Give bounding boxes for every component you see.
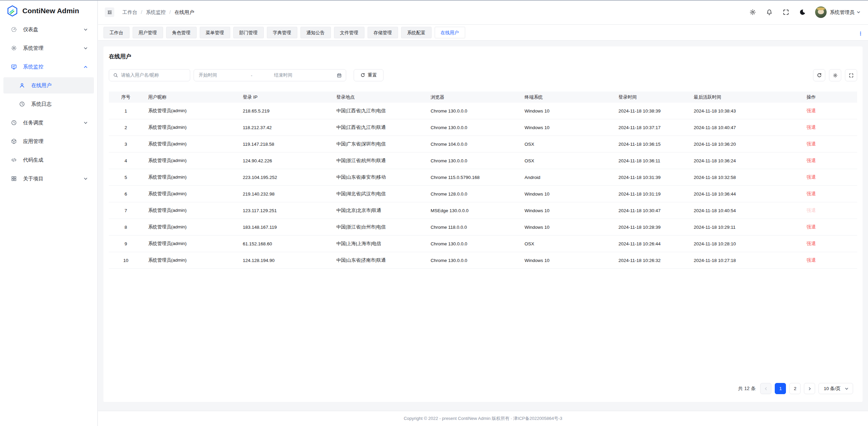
reset-button[interactable]: 重置: [354, 69, 383, 81]
content-area: 在线用户 请输入用户名/昵称 开始时间 - 结束时间: [98, 41, 868, 411]
table-row: 10 系统管理员(admin) 124.128.194.90 中国|山东省|济南…: [109, 252, 857, 269]
refresh-icon: [817, 73, 822, 78]
col-header-no: 序号: [109, 92, 143, 103]
force-logout-link[interactable]: 强退: [807, 241, 816, 246]
app-title: ContiNew Admin: [22, 7, 79, 15]
user-menu[interactable]: 系统管理员: [830, 9, 861, 16]
column-settings-button[interactable]: [829, 69, 841, 81]
breadcrumb: 工作台 / 系统监控 / 在线用户: [122, 9, 194, 16]
force-logout-link-disabled: 强退: [807, 208, 816, 213]
hexagon-logo-icon: [6, 5, 19, 17]
tab-workbench[interactable]: 工作台: [103, 27, 130, 38]
tab-online-users[interactable]: 在线用户: [435, 27, 465, 38]
table-row: 4 系统管理员(admin) 124.90.42.226 中国|浙江省|杭州市|…: [109, 153, 857, 169]
filter-bar: 请输入用户名/昵称 开始时间 - 结束时间: [109, 69, 857, 81]
table-row: 8 系统管理员(admin) 183.148.167.119 中国|浙江省|台州…: [109, 219, 857, 236]
tab-system-config[interactable]: 系统配置: [401, 27, 432, 38]
online-users-table: 序号 用户昵称 登录 IP 登录地点 浏览器 终端系统 登录时间 最后活跃时间 …: [109, 92, 857, 269]
tab-role-management[interactable]: 角色管理: [166, 27, 197, 38]
fullscreen-icon[interactable]: [783, 9, 789, 16]
chevron-up-icon: [83, 65, 88, 69]
col-header-os: 终端系统: [519, 92, 613, 103]
page-button-2[interactable]: 2: [789, 383, 801, 394]
monitor-icon: [11, 64, 17, 70]
table-header-row: 序号 用户昵称 登录 IP 登录地点 浏览器 终端系统 登录时间 最后活跃时间 …: [109, 92, 857, 103]
chevron-down-icon: [83, 121, 88, 125]
force-logout-link[interactable]: 强退: [807, 158, 816, 163]
date-range-picker[interactable]: 开始时间 - 结束时间: [194, 69, 346, 81]
start-time-placeholder: 开始时间: [199, 72, 251, 78]
col-header-ip: 登录 IP: [237, 92, 331, 103]
cube-icon: [11, 138, 17, 144]
fullscreen-table-button[interactable]: [845, 69, 857, 81]
chevron-down-icon: [845, 387, 849, 391]
refresh-icon: [360, 73, 365, 78]
online-users-card: 在线用户 请输入用户名/昵称 开始时间 - 结束时间: [103, 46, 863, 402]
col-header-actions: 操作: [801, 92, 857, 103]
gear-icon: [833, 73, 838, 78]
end-time-placeholder: 结束时间: [274, 72, 337, 78]
breadcrumb-separator: /: [141, 9, 142, 15]
force-logout-link[interactable]: 强退: [807, 191, 816, 196]
chevron-down-icon: [83, 46, 88, 50]
ellipsis-vertical-icon[interactable]: [858, 31, 863, 36]
tab-user-management[interactable]: 用户管理: [133, 27, 163, 38]
force-logout-link[interactable]: 强退: [807, 258, 816, 263]
sidebar-item-system-logs[interactable]: 系统日志: [3, 96, 94, 112]
tab-dept-management[interactable]: 部门管理: [233, 27, 264, 38]
col-header-browser: 浏览器: [425, 92, 519, 103]
gauge-icon: [11, 26, 17, 33]
table-row: 5 系统管理员(admin) 223.104.195.252 中国|山东省|泰安…: [109, 169, 857, 186]
chevron-right-icon: [808, 387, 812, 391]
force-logout-link[interactable]: 强退: [807, 175, 816, 180]
header-actions: 系统管理员: [739, 6, 861, 18]
bell-icon[interactable]: [766, 9, 773, 16]
sidebar-item-system-monitor[interactable]: 系统监控: [3, 59, 94, 75]
tab-file-management[interactable]: 文件管理: [334, 27, 364, 38]
pagination-total: 共 12 条: [738, 386, 755, 392]
force-logout-link[interactable]: 强退: [807, 125, 816, 130]
tab-storage-management[interactable]: 存储管理: [368, 27, 398, 38]
sidebar-item-system-management[interactable]: 系统管理: [3, 40, 94, 56]
page-button-1[interactable]: 1: [775, 383, 786, 394]
main-area: 工作台 / 系统监控 / 在线用户 系统: [98, 0, 868, 426]
reset-label: 重置: [368, 72, 377, 78]
app-logo: ContiNew Admin: [0, 0, 97, 17]
col-header-location: 登录地点: [331, 92, 425, 103]
search-icon: [113, 73, 118, 78]
tab-menu-management[interactable]: 菜单管理: [200, 27, 230, 38]
table-row: 9 系统管理员(admin) 61.152.168.60 中国|上海|上海市|电…: [109, 236, 857, 252]
page-size-select[interactable]: 10 条/页: [818, 383, 853, 394]
moon-icon[interactable]: [799, 9, 806, 16]
table-toolbar: [813, 69, 857, 81]
force-logout-link[interactable]: 强退: [807, 108, 816, 113]
sidebar-item-online-users[interactable]: 在线用户: [3, 77, 94, 94]
clock-icon: [19, 101, 25, 107]
user-icon: [19, 82, 25, 88]
sidebar-item-about-project[interactable]: 关于项目: [3, 170, 94, 187]
sidebar-collapse-button[interactable]: [105, 7, 114, 17]
refresh-button[interactable]: [813, 69, 825, 81]
force-logout-link[interactable]: 强退: [807, 141, 816, 146]
prev-page-button[interactable]: [760, 383, 771, 394]
next-page-button[interactable]: [804, 383, 815, 394]
search-input[interactable]: 请输入用户名/昵称: [109, 69, 190, 81]
sidebar-item-app-management[interactable]: 应用管理: [3, 133, 94, 149]
settings-icon[interactable]: [749, 9, 756, 16]
fullscreen-icon: [849, 73, 854, 78]
sidebar-item-dashboard[interactable]: 仪表盘: [3, 21, 94, 38]
window-top-edge: [0, 0, 868, 1]
breadcrumb-item[interactable]: 系统监控: [146, 9, 166, 16]
menu-fold-icon: [107, 9, 113, 15]
breadcrumb-item[interactable]: 工作台: [122, 9, 137, 16]
table-row: 6 系统管理员(admin) 219.140.232.98 中国|湖北省|武汉市…: [109, 186, 857, 202]
sidebar-item-code-generation[interactable]: 代码生成: [3, 152, 94, 168]
force-logout-link[interactable]: 强退: [807, 224, 816, 229]
tab-notice[interactable]: 通知公告: [300, 27, 331, 38]
table-row: 2 系统管理员(admin) 118.212.37.42 中国|江西省|九江市|…: [109, 119, 857, 136]
tab-bar: 工作台 用户管理 角色管理 菜单管理 部门管理 字典管理 通知公告 文件管理 存…: [98, 25, 868, 41]
breadcrumb-separator: /: [170, 9, 171, 15]
sidebar-item-task-scheduler[interactable]: 任务调度: [3, 115, 94, 131]
tab-dict-management[interactable]: 字典管理: [267, 27, 297, 38]
user-avatar[interactable]: [815, 6, 827, 18]
